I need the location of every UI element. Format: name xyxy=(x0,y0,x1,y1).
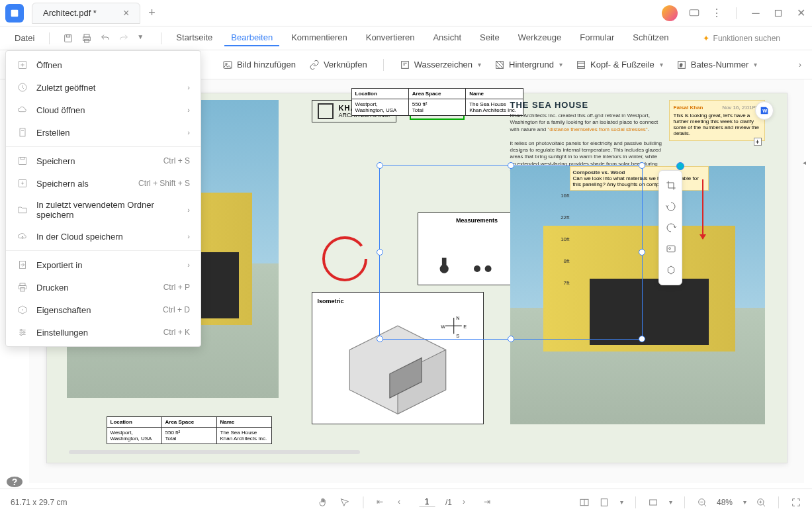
resize-handle[interactable] xyxy=(377,162,383,169)
replace-image-icon[interactable] xyxy=(659,238,683,259)
menu-kommentieren[interactable]: Kommentieren xyxy=(285,30,354,46)
watermark-tool[interactable]: Wasserzeichen▾ xyxy=(400,60,481,70)
menu-item-in-zuletzt-verwendetem-ordner-speichern[interactable]: In zuletzt verwendetem Ordner speichern› xyxy=(6,195,201,225)
menu-item-einstellungen[interactable]: EinstellungenCtrl + K xyxy=(6,321,201,344)
view-mode-icon[interactable] xyxy=(599,497,609,508)
rotate-left-icon[interactable] xyxy=(659,196,683,217)
svg-point-36 xyxy=(23,332,25,334)
zoom-level: 48% xyxy=(717,498,733,507)
chevron-right-icon: › xyxy=(187,261,190,269)
menu-item-in-der-cloud-speichern[interactable]: In der Cloud speichern› xyxy=(6,225,201,248)
crop-icon[interactable] xyxy=(659,175,683,196)
comment-note[interactable]: Faisal KhanNov 16, 2:01PM This is lookin… xyxy=(669,100,765,141)
page-input[interactable] xyxy=(419,497,435,507)
resize-handle[interactable] xyxy=(377,336,383,342)
fullscreen-icon[interactable] xyxy=(791,497,801,508)
menu-item-cloud-öffnen[interactable]: Cloud öffnen› xyxy=(6,99,201,121)
chevron-down-icon[interactable]: ▾ xyxy=(743,498,746,506)
user-avatar-icon[interactable] xyxy=(662,5,678,21)
titlebar: Architect.pdf * × + ⋮ ─ ✕ xyxy=(0,0,812,26)
first-page-icon[interactable]: ⇤ xyxy=(377,497,387,508)
menu-item-zuletzt-geöffnet[interactable]: Zuletzt geöffnet› xyxy=(6,76,201,99)
menu-item-öffnen[interactable]: Öffnen xyxy=(6,54,201,76)
menu-item-eigenschaften[interactable]: EigenschaftenCtrl + D xyxy=(6,299,201,321)
separator xyxy=(383,59,384,71)
menu-separator xyxy=(6,146,201,147)
horizontal-scrollbar[interactable] xyxy=(69,450,360,454)
zoom-in-icon[interactable] xyxy=(756,497,766,508)
resize-handle[interactable] xyxy=(639,249,645,256)
background-tool[interactable]: Hintergrund▾ xyxy=(494,60,563,70)
print-icon[interactable] xyxy=(81,33,92,44)
selection-box[interactable] xyxy=(379,165,643,340)
save-icon xyxy=(17,155,28,167)
minimize-button[interactable]: ─ xyxy=(750,7,762,19)
resize-handle[interactable] xyxy=(377,249,383,256)
menu-item-erstellen[interactable]: Erstellen› xyxy=(6,121,201,144)
resize-handle[interactable] xyxy=(508,162,514,169)
fit-mode-icon[interactable] xyxy=(648,497,658,508)
rotate-handle[interactable] xyxy=(676,162,684,170)
page-total: /1 xyxy=(445,498,452,507)
menu-werkzeuge[interactable]: Werkzeuge xyxy=(512,30,568,46)
help-button[interactable]: ? xyxy=(7,477,23,487)
select-tool-icon[interactable] xyxy=(339,497,349,508)
resize-handle[interactable] xyxy=(639,162,645,169)
search-functions[interactable]: ✦ Funktionen suchen xyxy=(703,34,780,43)
file-menu[interactable]: Datei xyxy=(8,30,41,46)
red-circle-annotation[interactable] xyxy=(318,232,371,285)
last-page-icon[interactable]: ⇥ xyxy=(484,497,494,508)
hand-tool-icon[interactable] xyxy=(318,497,328,508)
qat-dropdown-icon[interactable]: ▼ xyxy=(137,33,148,44)
resize-handle[interactable] xyxy=(508,336,514,342)
toolbar-scroll-right-icon[interactable]: › xyxy=(799,60,801,70)
add-image-tool[interactable]: Bild hinzufügen xyxy=(222,60,296,70)
menu-item-drucken[interactable]: DruckenCtrl + P xyxy=(6,276,201,299)
redo-icon[interactable] xyxy=(118,33,129,44)
document-tab[interactable]: Architect.pdf * × xyxy=(32,3,140,24)
extract-icon[interactable] xyxy=(659,259,683,281)
more-icon[interactable]: ⋮ xyxy=(711,7,723,19)
zoom-out-icon[interactable] xyxy=(697,497,707,508)
svg-line-66 xyxy=(763,504,765,506)
bates-tool[interactable]: #Bates-Nummer▾ xyxy=(676,60,757,70)
chevron-down-icon[interactable]: ▾ xyxy=(669,498,672,506)
menu-bearbeiten[interactable]: Bearbeiten xyxy=(224,30,279,46)
right-panel-toggle-icon[interactable]: ◂ xyxy=(803,159,812,166)
resize-handle[interactable] xyxy=(639,336,645,342)
read-mode-icon[interactable] xyxy=(579,497,590,508)
maximize-button[interactable] xyxy=(772,7,784,19)
rotate-right-icon[interactable] xyxy=(659,217,683,238)
header-footer-tool[interactable]: Kopf- & Fußzeile▾ xyxy=(576,60,663,70)
close-tab-icon[interactable]: × xyxy=(123,7,129,19)
next-page-icon[interactable]: › xyxy=(463,497,473,508)
svg-point-39 xyxy=(324,238,366,280)
menu-item-speichern-als[interactable]: Speichern alsCtrl + Shift + S xyxy=(6,172,201,195)
prev-page-icon[interactable]: ‹ xyxy=(398,497,408,508)
separator xyxy=(363,496,363,508)
menu-ansicht[interactable]: Ansicht xyxy=(426,30,468,46)
separator xyxy=(736,7,737,19)
menu-formular[interactable]: Formular xyxy=(573,30,621,46)
menu-startseite[interactable]: Startseite xyxy=(169,30,219,46)
menu-item-speichern[interactable]: SpeichernCtrl + S xyxy=(6,150,201,172)
red-arrow-annotation[interactable] xyxy=(702,179,703,239)
undo-icon[interactable] xyxy=(100,33,111,44)
menu-item-exportiert-in[interactable]: Exportiert in› xyxy=(6,254,201,276)
close-button[interactable]: ✕ xyxy=(795,7,807,19)
menu-konvertieren[interactable]: Konvertieren xyxy=(359,30,422,46)
svg-rect-28 xyxy=(19,285,26,289)
separator xyxy=(161,32,161,44)
bates-icon: # xyxy=(676,60,687,70)
save-icon[interactable] xyxy=(63,33,73,44)
add-note-icon[interactable]: + xyxy=(754,138,762,146)
menu-schützen[interactable]: Schützen xyxy=(626,30,675,46)
app-logo-icon[interactable] xyxy=(5,4,24,23)
new-tab-button[interactable]: + xyxy=(148,6,156,20)
word-export-badge[interactable]: W xyxy=(755,101,774,120)
link-tool[interactable]: Verknüpfen xyxy=(309,60,367,70)
chat-icon[interactable] xyxy=(688,7,700,19)
statusbar: 61.71 x 29.7 cm ⇤ ‹ /1 › ⇥ ▾ ▾ 48% ▾ xyxy=(0,489,812,515)
chevron-down-icon[interactable]: ▾ xyxy=(620,498,623,506)
menu-seite[interactable]: Seite xyxy=(473,30,506,46)
